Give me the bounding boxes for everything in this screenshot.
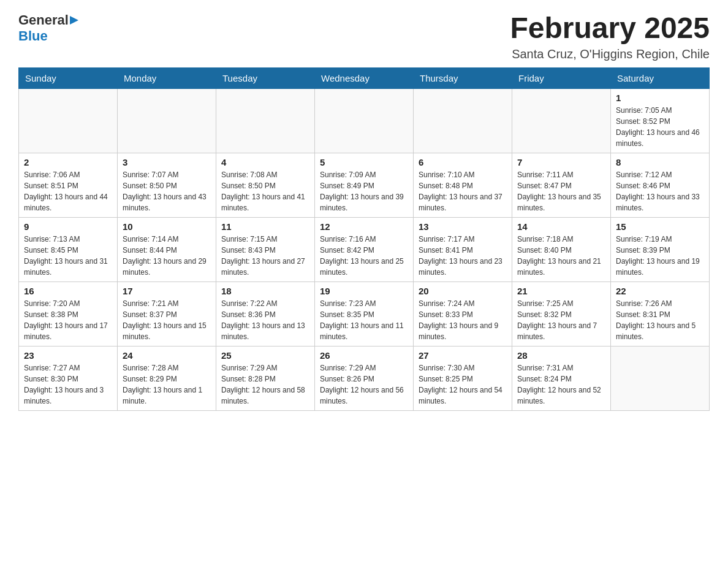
calendar-dow-header: Thursday [414, 67, 512, 88]
calendar-week-row: 1Sunrise: 7:05 AMSunset: 8:52 PMDaylight… [19, 88, 710, 153]
calendar-cell: 14Sunrise: 7:18 AMSunset: 8:40 PMDayligh… [512, 217, 611, 282]
calendar-cell: 12Sunrise: 7:16 AMSunset: 8:42 PMDayligh… [315, 217, 414, 282]
day-info: Sunrise: 7:27 AMSunset: 8:30 PMDaylight:… [24, 362, 112, 407]
day-number: 3 [123, 157, 211, 167]
calendar-cell: 7Sunrise: 7:11 AMSunset: 8:47 PMDaylight… [512, 153, 611, 217]
calendar-dow-header: Wednesday [315, 67, 414, 88]
day-info: Sunrise: 7:29 AMSunset: 8:28 PMDaylight:… [221, 362, 309, 407]
day-number: 15 [616, 221, 704, 232]
calendar-cell: 25Sunrise: 7:29 AMSunset: 8:28 PMDayligh… [216, 346, 315, 410]
day-info: Sunrise: 7:28 AMSunset: 8:29 PMDaylight:… [123, 362, 211, 407]
calendar-cell: 19Sunrise: 7:23 AMSunset: 8:35 PMDayligh… [315, 282, 414, 346]
day-info: Sunrise: 7:15 AMSunset: 8:43 PMDaylight:… [221, 234, 309, 278]
calendar-cell [315, 88, 414, 153]
day-number: 2 [24, 157, 112, 167]
day-info: Sunrise: 7:18 AMSunset: 8:40 PMDaylight:… [517, 234, 605, 278]
day-number: 23 [24, 350, 112, 361]
calendar-cell: 5Sunrise: 7:09 AMSunset: 8:49 PMDaylight… [315, 153, 414, 217]
day-number: 5 [320, 157, 408, 167]
day-info: Sunrise: 7:11 AMSunset: 8:47 PMDaylight:… [517, 169, 605, 213]
logo: General Blue [18, 12, 80, 44]
day-info: Sunrise: 7:16 AMSunset: 8:42 PMDaylight:… [320, 234, 408, 278]
calendar-cell: 2Sunrise: 7:06 AMSunset: 8:51 PMDaylight… [19, 153, 118, 217]
calendar-header-row: SundayMondayTuesdayWednesdayThursdayFrid… [19, 67, 710, 88]
page-header: General Blue February 2025 Santa Cruz, O… [18, 12, 710, 61]
calendar-cell: 18Sunrise: 7:22 AMSunset: 8:36 PMDayligh… [216, 282, 315, 346]
day-info: Sunrise: 7:24 AMSunset: 8:33 PMDaylight:… [419, 298, 507, 342]
day-number: 28 [517, 350, 605, 361]
calendar-dow-header: Sunday [19, 67, 118, 88]
day-number: 7 [517, 157, 605, 167]
day-number: 26 [320, 350, 408, 361]
calendar-table: SundayMondayTuesdayWednesdayThursdayFrid… [18, 67, 710, 411]
day-info: Sunrise: 7:20 AMSunset: 8:38 PMDaylight:… [24, 298, 112, 342]
calendar-cell: 26Sunrise: 7:29 AMSunset: 8:26 PMDayligh… [315, 346, 414, 410]
calendar-cell: 8Sunrise: 7:12 AMSunset: 8:46 PMDaylight… [611, 153, 710, 217]
calendar-week-row: 23Sunrise: 7:27 AMSunset: 8:30 PMDayligh… [19, 346, 710, 410]
day-info: Sunrise: 7:07 AMSunset: 8:50 PMDaylight:… [123, 169, 211, 213]
day-number: 10 [123, 221, 211, 232]
calendar-cell [19, 88, 118, 153]
day-number: 25 [221, 350, 309, 361]
day-info: Sunrise: 7:25 AMSunset: 8:32 PMDaylight:… [517, 298, 605, 342]
day-info: Sunrise: 7:08 AMSunset: 8:50 PMDaylight:… [221, 169, 309, 213]
day-info: Sunrise: 7:14 AMSunset: 8:44 PMDaylight:… [123, 234, 211, 278]
calendar-cell: 13Sunrise: 7:17 AMSunset: 8:41 PMDayligh… [414, 217, 512, 282]
day-info: Sunrise: 7:31 AMSunset: 8:24 PMDaylight:… [517, 362, 605, 407]
calendar-cell: 9Sunrise: 7:13 AMSunset: 8:45 PMDaylight… [19, 217, 118, 282]
calendar-cell: 16Sunrise: 7:20 AMSunset: 8:38 PMDayligh… [19, 282, 118, 346]
calendar-cell: 11Sunrise: 7:15 AMSunset: 8:43 PMDayligh… [216, 217, 315, 282]
calendar-dow-header: Friday [512, 67, 611, 88]
calendar-cell: 24Sunrise: 7:28 AMSunset: 8:29 PMDayligh… [118, 346, 216, 410]
svg-marker-0 [70, 16, 78, 25]
day-number: 14 [517, 221, 605, 232]
day-info: Sunrise: 7:12 AMSunset: 8:46 PMDaylight:… [616, 169, 704, 213]
day-number: 18 [221, 286, 309, 296]
day-info: Sunrise: 7:10 AMSunset: 8:48 PMDaylight:… [419, 169, 507, 213]
calendar-dow-header: Saturday [611, 67, 710, 88]
day-number: 13 [419, 221, 507, 232]
calendar-cell: 27Sunrise: 7:30 AMSunset: 8:25 PMDayligh… [414, 346, 512, 410]
day-info: Sunrise: 7:23 AMSunset: 8:35 PMDaylight:… [320, 298, 408, 342]
day-number: 16 [24, 286, 112, 296]
calendar-week-row: 16Sunrise: 7:20 AMSunset: 8:38 PMDayligh… [19, 282, 710, 346]
day-info: Sunrise: 7:19 AMSunset: 8:39 PMDaylight:… [616, 234, 704, 278]
calendar-dow-header: Tuesday [216, 67, 315, 88]
day-number: 12 [320, 221, 408, 232]
calendar-cell [611, 346, 710, 410]
day-info: Sunrise: 7:22 AMSunset: 8:36 PMDaylight:… [221, 298, 309, 342]
calendar-subtitle: Santa Cruz, O'Higgins Region, Chile [510, 47, 710, 61]
day-number: 6 [419, 157, 507, 167]
calendar-cell: 1Sunrise: 7:05 AMSunset: 8:52 PMDaylight… [611, 88, 710, 153]
calendar-cell: 20Sunrise: 7:24 AMSunset: 8:33 PMDayligh… [414, 282, 512, 346]
calendar-week-row: 9Sunrise: 7:13 AMSunset: 8:45 PMDaylight… [19, 217, 710, 282]
calendar-cell: 4Sunrise: 7:08 AMSunset: 8:50 PMDaylight… [216, 153, 315, 217]
day-info: Sunrise: 7:26 AMSunset: 8:31 PMDaylight:… [616, 298, 704, 342]
calendar-week-row: 2Sunrise: 7:06 AMSunset: 8:51 PMDaylight… [19, 153, 710, 217]
day-number: 19 [320, 286, 408, 296]
calendar-cell: 6Sunrise: 7:10 AMSunset: 8:48 PMDaylight… [414, 153, 512, 217]
day-number: 1 [616, 93, 704, 103]
calendar-cell: 23Sunrise: 7:27 AMSunset: 8:30 PMDayligh… [19, 346, 118, 410]
title-section: February 2025 Santa Cruz, O'Higgins Regi… [510, 12, 710, 61]
day-info: Sunrise: 7:06 AMSunset: 8:51 PMDaylight:… [24, 169, 112, 213]
calendar-cell: 21Sunrise: 7:25 AMSunset: 8:32 PMDayligh… [512, 282, 611, 346]
calendar-cell [414, 88, 512, 153]
calendar-cell: 22Sunrise: 7:26 AMSunset: 8:31 PMDayligh… [611, 282, 710, 346]
day-number: 4 [221, 157, 309, 167]
calendar-title: February 2025 [510, 12, 710, 45]
day-number: 21 [517, 286, 605, 296]
calendar-dow-header: Monday [118, 67, 216, 88]
logo-arrow-icon [69, 15, 80, 26]
calendar-cell: 17Sunrise: 7:21 AMSunset: 8:37 PMDayligh… [118, 282, 216, 346]
day-info: Sunrise: 7:17 AMSunset: 8:41 PMDaylight:… [419, 234, 507, 278]
day-info: Sunrise: 7:21 AMSunset: 8:37 PMDaylight:… [123, 298, 211, 342]
day-number: 11 [221, 221, 309, 232]
day-number: 8 [616, 157, 704, 167]
calendar-cell [512, 88, 611, 153]
calendar-cell: 15Sunrise: 7:19 AMSunset: 8:39 PMDayligh… [611, 217, 710, 282]
logo-general-text: General [18, 12, 69, 28]
day-info: Sunrise: 7:13 AMSunset: 8:45 PMDaylight:… [24, 234, 112, 278]
day-number: 20 [419, 286, 507, 296]
day-info: Sunrise: 7:09 AMSunset: 8:49 PMDaylight:… [320, 169, 408, 213]
